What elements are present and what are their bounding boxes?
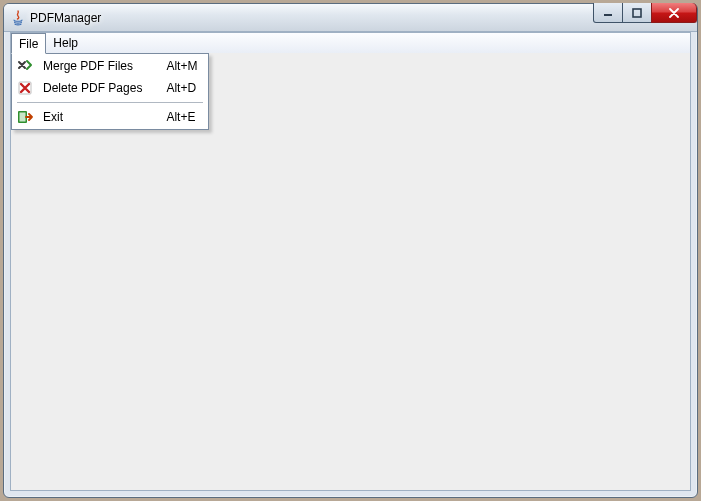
window-controls	[594, 3, 697, 23]
menu-item-exit-shortcut: Alt+E	[150, 106, 207, 128]
menu-file[interactable]: File	[11, 33, 46, 54]
menu-separator	[13, 99, 207, 106]
menu-item-merge-label: Merge PDF Files	[39, 55, 150, 77]
client-area: File Help Merge PDF Files Alt+M	[10, 32, 691, 491]
menu-item-merge[interactable]: Merge PDF Files Alt+M	[13, 55, 207, 77]
svg-rect-0	[604, 14, 612, 16]
file-menu-dropdown: Merge PDF Files Alt+M Delete PDF Pages A	[11, 53, 209, 130]
minimize-button[interactable]	[593, 3, 623, 23]
maximize-button[interactable]	[622, 3, 652, 23]
application-window: PDFManager File Help	[3, 3, 698, 498]
menu-item-exit-label: Exit	[39, 106, 150, 128]
exit-icon	[17, 109, 33, 125]
menubar: File Help	[11, 33, 690, 54]
menu-help[interactable]: Help	[46, 33, 85, 53]
menu-item-delete-shortcut: Alt+D	[150, 77, 207, 99]
delete-icon	[17, 80, 33, 96]
titlebar[interactable]: PDFManager	[4, 4, 697, 32]
menu-item-delete-label: Delete PDF Pages	[39, 77, 150, 99]
menu-item-exit[interactable]: Exit Alt+E	[13, 106, 207, 128]
merge-icon	[17, 58, 33, 74]
svg-rect-1	[633, 9, 641, 17]
svg-rect-4	[20, 113, 26, 122]
java-icon	[10, 10, 26, 26]
menu-item-delete[interactable]: Delete PDF Pages Alt+D	[13, 77, 207, 99]
close-button[interactable]	[651, 3, 697, 23]
menu-item-merge-shortcut: Alt+M	[150, 55, 207, 77]
